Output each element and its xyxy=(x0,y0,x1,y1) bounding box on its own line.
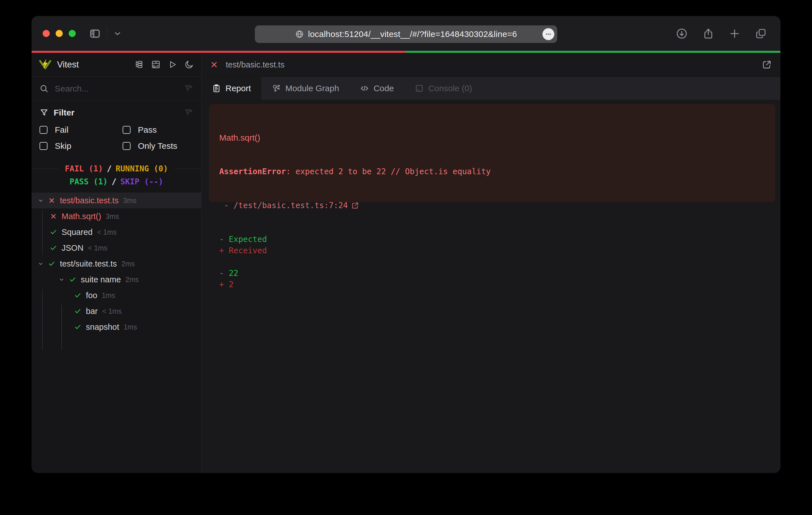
tree-chevron-icon[interactable] xyxy=(37,260,44,267)
close-window-button[interactable] xyxy=(43,30,50,37)
dashboard-icon xyxy=(151,60,161,69)
tab-label: Module Graph xyxy=(285,84,339,93)
tab-module-graph[interactable]: Module Graph xyxy=(261,77,349,100)
search-icon xyxy=(39,84,49,93)
share-icon[interactable] xyxy=(702,28,714,39)
checkbox[interactable] xyxy=(123,126,130,134)
test-progress-bar xyxy=(32,51,780,53)
filter-checkboxes: FailPassSkipOnly Tests xyxy=(39,122,193,154)
external-link-icon[interactable] xyxy=(762,60,772,70)
test-tree-row[interactable]: JSON< 1ms xyxy=(32,240,201,256)
pass-check-icon xyxy=(50,229,57,236)
summary-line-1: FAIL (1)/RUNNING (0) xyxy=(58,164,174,173)
tab-code[interactable]: Code xyxy=(349,77,404,100)
tree-chevron-icon[interactable] xyxy=(37,197,44,204)
test-tree-row[interactable]: test/suite.test.ts2ms xyxy=(32,256,201,272)
checkbox[interactable] xyxy=(123,142,130,150)
pass-check-icon xyxy=(50,244,57,251)
open-file-name: test/basic.test.ts xyxy=(226,60,762,69)
download-icon[interactable] xyxy=(676,28,688,39)
external-link-icon xyxy=(351,202,359,210)
sidebar-toggle-icon[interactable] xyxy=(89,28,100,39)
diff-line-received-value: + 2 xyxy=(219,279,765,290)
test-label: JSON xyxy=(62,243,83,253)
test-tree-row[interactable]: bar< 1ms xyxy=(32,303,201,319)
test-duration: < 1ms xyxy=(102,307,122,315)
chevron-down-icon[interactable] xyxy=(113,29,122,38)
app-title: Vitest xyxy=(57,60,79,70)
search-input[interactable]: Search... xyxy=(32,77,201,101)
tree-chevron-icon[interactable] xyxy=(58,276,65,283)
tab-overview-icon[interactable] xyxy=(755,28,767,39)
filter-checkbox-fail[interactable]: Fail xyxy=(39,122,123,138)
console-icon xyxy=(415,84,424,93)
tree-chevron-icon xyxy=(37,260,44,267)
assertion-error-box: Math.sqrt() AssertionError: expected 2 t… xyxy=(209,104,775,202)
filter-checkbox-pass[interactable]: Pass xyxy=(123,122,193,138)
test-tree-row[interactable]: suite name2ms xyxy=(32,272,201,287)
checkbox-label: Skip xyxy=(55,141,71,151)
module-graph-icon xyxy=(272,84,281,93)
new-tab-icon[interactable] xyxy=(729,28,740,39)
report-content: Math.sqrt() AssertionError: expected 2 t… xyxy=(201,100,780,473)
test-tree-row[interactable]: snapshot1ms xyxy=(32,319,201,335)
pass-check-icon xyxy=(48,260,55,267)
report-icon xyxy=(212,84,221,93)
search-placeholder: Search... xyxy=(55,84,184,93)
tree-chevron-icon xyxy=(37,197,44,204)
filter-title: Filter xyxy=(54,108,184,117)
code-icon xyxy=(360,84,369,93)
tree-list-icon[interactable] xyxy=(135,60,144,69)
zoom-window-button[interactable] xyxy=(69,30,76,37)
test-duration: < 1ms xyxy=(88,244,107,252)
pass-check-icon xyxy=(74,307,81,315)
console-icon xyxy=(415,84,424,93)
module-graph-icon xyxy=(272,84,281,93)
test-tree-row[interactable]: test/basic.test.ts3ms xyxy=(32,192,201,208)
address-bar[interactable]: localhost:51204/__vitest__/#/?file=16484… xyxy=(255,25,557,43)
test-duration: < 1ms xyxy=(97,228,117,236)
summary-line-2: PASS (1)/SKIP (--) xyxy=(32,177,201,186)
checkbox[interactable] xyxy=(39,142,48,150)
error-type: AssertionError xyxy=(219,167,286,176)
pass-check-icon xyxy=(50,244,57,251)
browser-window: localhost:51204/__vitest__/#/?file=16484… xyxy=(32,16,780,473)
fail-x-icon xyxy=(50,213,57,220)
checkbox-label: Only Tests xyxy=(138,141,177,151)
checkbox[interactable] xyxy=(39,126,48,134)
tab-report[interactable]: Report xyxy=(201,77,261,100)
tree-indent-guide xyxy=(61,305,62,350)
test-tree-row[interactable]: foo1ms xyxy=(32,287,201,303)
error-message: : expected 2 to be 22 // Object.is equal… xyxy=(286,167,491,176)
test-tree-row[interactable]: Math.sqrt()3ms xyxy=(32,208,201,224)
pass-check-icon xyxy=(74,292,81,299)
minimize-window-button[interactable] xyxy=(56,30,63,37)
diff-line-expected: - Expected xyxy=(219,234,765,245)
dashboard-icon[interactable] xyxy=(151,60,161,69)
filter-checkbox-skip[interactable]: Skip xyxy=(39,138,123,154)
test-tree-row[interactable]: Squared< 1ms xyxy=(32,224,201,240)
pass-check-icon xyxy=(74,323,81,331)
test-label: snapshot xyxy=(86,323,119,332)
dark-mode-icon[interactable] xyxy=(184,60,194,69)
filter-checkbox-only-tests[interactable]: Only Tests xyxy=(123,138,193,154)
run-all-icon[interactable] xyxy=(168,60,177,69)
run-all-icon xyxy=(168,60,177,69)
pass-check-icon xyxy=(48,260,55,267)
tab-label: Console (0) xyxy=(428,84,472,93)
test-label: test/suite.test.ts xyxy=(60,259,117,269)
error-location-link[interactable]: - /test/basic.test.ts:7:24 xyxy=(219,200,765,211)
summary-token: FAIL (1) xyxy=(65,164,103,173)
summary-token: / xyxy=(107,164,112,173)
clear-filter-icon[interactable] xyxy=(184,84,193,93)
pass-check-icon xyxy=(69,276,76,283)
clear-filter-icon[interactable] xyxy=(184,108,193,117)
test-duration: 1ms xyxy=(124,323,137,331)
url-text: localhost:51204/__vitest__/#/?file=16484… xyxy=(308,29,517,39)
test-label: suite name xyxy=(81,275,121,284)
failed-test-name: Math.sqrt() xyxy=(219,132,765,144)
tab-console-0-[interactable]: Console (0) xyxy=(404,77,483,100)
more-button[interactable] xyxy=(543,28,554,40)
tree-indent-guide xyxy=(42,210,43,255)
globe-icon xyxy=(295,30,304,39)
